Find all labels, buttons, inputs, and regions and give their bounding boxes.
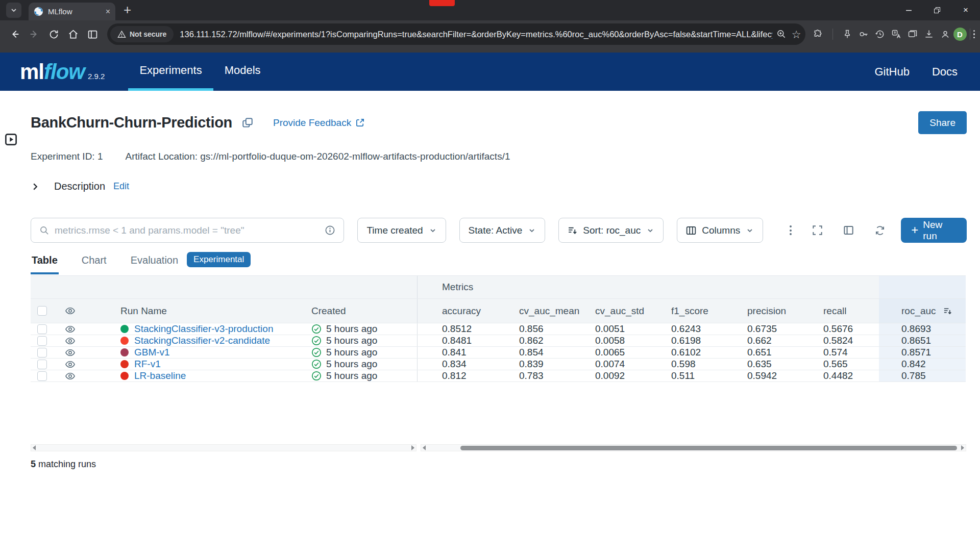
row-checkbox[interactable] (31, 370, 54, 381)
scrollbar-thumb[interactable] (460, 446, 957, 450)
downloads-icon[interactable] (924, 29, 934, 39)
fullscreen-icon[interactable] (812, 225, 823, 236)
row-checkbox[interactable] (31, 359, 54, 370)
scroll-right-arrow[interactable] (961, 445, 964, 450)
row-visibility-icon[interactable] (54, 359, 86, 370)
home-icon[interactable] (64, 26, 82, 43)
restore-button[interactable] (923, 0, 951, 20)
column-header-recall[interactable]: recall (801, 299, 879, 323)
run-created-time[interactable]: 5 hours ago (326, 359, 377, 370)
column-header-cv_auc_mean[interactable]: cv_auc_mean (497, 299, 573, 323)
row-visibility-icon[interactable] (54, 370, 86, 381)
tab-search-button[interactable] (6, 3, 21, 18)
copy-icon[interactable] (241, 117, 254, 129)
new-run-button[interactable]: + New run (901, 218, 967, 243)
run-created-time[interactable]: 5 hours ago (326, 347, 377, 358)
sort-dropdown[interactable]: Sort: roc_auc (558, 218, 664, 243)
nav-models[interactable]: Models (213, 53, 272, 91)
left-pane-scrollbar[interactable] (31, 444, 416, 451)
column-header-roc_auc[interactable]: roc_auc (879, 299, 966, 323)
run-name-link[interactable]: StackingClassifier-v2-candidate (134, 335, 270, 346)
metrics-pane-scrollbar[interactable] (421, 444, 966, 451)
nav-experiments[interactable]: Experiments (128, 53, 213, 91)
run-created-time[interactable]: 5 hours ago (326, 335, 377, 346)
group-header-spacer (31, 276, 418, 298)
browser-menu-icon[interactable] (973, 30, 975, 39)
run-name-header[interactable]: Run Name (120, 305, 167, 317)
info-icon[interactable] (325, 225, 335, 236)
search-field[interactable] (55, 225, 325, 236)
forward-icon[interactable] (26, 26, 43, 43)
reload-icon[interactable] (45, 26, 62, 43)
logo-version: 2.9.2 (88, 72, 105, 81)
column-header-precision[interactable]: precision (725, 299, 801, 323)
minimize-button[interactable] (894, 0, 923, 20)
run-created-time[interactable]: 5 hours ago (326, 323, 377, 335)
browser-tab-mlflow[interactable]: MLflow × (29, 3, 115, 20)
row-checkbox[interactable] (31, 335, 54, 346)
side-pane-icon[interactable] (843, 225, 854, 236)
bookmark-star-icon[interactable]: ☆ (792, 29, 801, 40)
created-header[interactable]: Created (311, 305, 346, 317)
chevron-down-icon (528, 226, 536, 235)
run-created-time[interactable]: 5 hours ago (326, 370, 377, 381)
run-name-link[interactable]: RF-v1 (134, 359, 161, 370)
browser-avatar[interactable]: D (953, 28, 967, 41)
column-header-accuracy[interactable]: accuracy (418, 299, 497, 323)
docs-link[interactable]: Docs (932, 65, 958, 79)
sort-desc-icon[interactable] (943, 307, 952, 315)
scroll-right-arrow[interactable] (411, 445, 414, 450)
more-options-icon[interactable] (790, 225, 792, 235)
history-icon[interactable] (875, 29, 885, 39)
close-button[interactable]: × (951, 0, 980, 20)
security-chip[interactable]: Not secure (110, 26, 174, 42)
column-header-cv_auc_std[interactable]: cv_auc_std (573, 299, 649, 323)
scroll-left-arrow[interactable] (423, 445, 426, 450)
visibility-header-icon[interactable] (54, 299, 86, 323)
eye-icon (65, 347, 76, 358)
zoom-icon[interactable] (776, 29, 787, 39)
experiment-page: BankChurn-Churn-Prediction Provide Feedb… (0, 111, 980, 470)
share-button[interactable]: Share (918, 111, 967, 134)
experiment-list-toggle[interactable] (4, 133, 18, 146)
side-panel-icon[interactable] (84, 26, 101, 43)
tab-chart[interactable]: Chart (81, 254, 108, 274)
run-name-link[interactable]: LR-baseline (134, 370, 186, 381)
profile-sync-icon[interactable] (940, 29, 950, 39)
tab-close-icon[interactable]: × (106, 8, 110, 16)
scroll-left-arrow[interactable] (33, 445, 36, 450)
columns-dropdown[interactable]: Columns (677, 218, 763, 243)
row-visibility-icon[interactable] (54, 323, 86, 335)
column-header-f1_score[interactable]: f1_score (649, 299, 725, 323)
new-tab-button[interactable]: + (124, 3, 131, 16)
description-edit-link[interactable]: Edit (113, 181, 129, 192)
row-visibility-icon[interactable] (54, 347, 86, 358)
tab-evaluation[interactable]: Evaluation (130, 254, 179, 274)
select-all-checkbox[interactable] (31, 299, 54, 323)
tab-group-icon[interactable] (908, 29, 918, 39)
experimental-badge: Experimental (187, 252, 251, 267)
extensions-icon[interactable] (813, 29, 823, 40)
eye-icon (65, 336, 76, 346)
run-name-link[interactable]: GBM-v1 (134, 347, 170, 358)
row-checkbox[interactable] (31, 347, 54, 358)
translate-icon[interactable] (891, 29, 901, 39)
address-bar[interactable]: Not secure 136.111.152.72/mlflow/#/exper… (107, 23, 805, 45)
password-key-icon[interactable] (859, 29, 869, 39)
chevron-right-icon[interactable] (31, 182, 40, 191)
mlflow-logo[interactable]: mlflow 2.9.2 (20, 53, 105, 91)
url-text[interactable]: 136.111.152.72/mlflow/#/experiments/1?is… (180, 30, 772, 39)
state-dropdown[interactable]: State: Active (459, 218, 546, 243)
provide-feedback-link[interactable]: Provide Feedback (273, 117, 365, 129)
run-name-link[interactable]: StackingClassifier-v3-production (134, 323, 273, 335)
github-link[interactable]: GitHub (874, 65, 909, 79)
row-visibility-icon[interactable] (54, 335, 86, 346)
refresh-icon[interactable] (874, 225, 886, 236)
time-created-dropdown[interactable]: Time created (357, 218, 446, 243)
runs-search-input[interactable] (31, 218, 344, 243)
row-checkbox[interactable] (31, 323, 54, 335)
tab-table[interactable]: Table (31, 254, 59, 274)
metric-cell: 0.0074 (573, 359, 649, 370)
back-icon[interactable] (6, 26, 23, 43)
pin-icon[interactable] (842, 29, 852, 39)
